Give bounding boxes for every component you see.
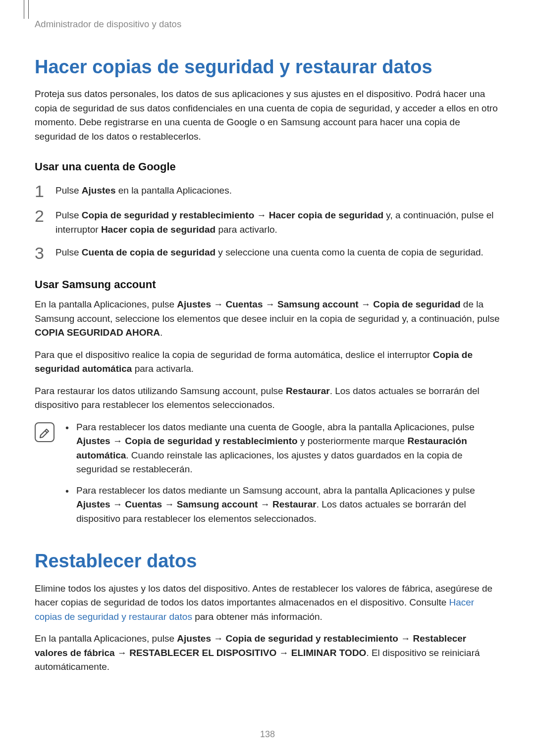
- section-title-backup: Hacer copias de seguridad y restaurar da…: [35, 56, 500, 79]
- step-2: 2 Pulse Copia de seguridad y restablecim…: [35, 208, 500, 237]
- page-number: 138: [0, 728, 535, 741]
- note-icon: [35, 422, 54, 442]
- step-text: Pulse Ajustes en la pantalla Aplicacione…: [55, 184, 500, 198]
- page-tab-marker: [24, 0, 29, 19]
- step-number: 3: [35, 245, 55, 261]
- reset-p1: Elimine todos los ajustes y los datos de…: [35, 582, 500, 624]
- step-3: 3 Pulse Cuenta de copia de seguridad y s…: [35, 246, 500, 261]
- step-text: Pulse Copia de seguridad y restablecimie…: [55, 208, 500, 237]
- svg-line-0: [45, 431, 47, 433]
- step-text: Pulse Cuenta de copia de seguridad y sel…: [55, 246, 500, 260]
- samsung-p3: Para restaurar los datos utilizando Sams…: [35, 384, 500, 412]
- step-number: 2: [35, 207, 55, 224]
- subheading-google: Usar una cuenta de Google: [35, 158, 500, 175]
- subheading-samsung: Usar Samsung account: [35, 276, 500, 293]
- note-item-samsung: Para restablecer los datos mediante un S…: [64, 484, 500, 526]
- step-1: 1 Pulse Ajustes en la pantalla Aplicacio…: [35, 184, 500, 200]
- intro-paragraph: Proteja sus datos personales, los datos …: [35, 87, 500, 144]
- samsung-p2: Para que el dispositivo realice la copia…: [35, 348, 500, 376]
- section-title-reset: Restablecer datos: [35, 550, 500, 573]
- breadcrumb: Administrador de dispositivo y datos: [35, 17, 500, 31]
- step-number: 1: [35, 183, 55, 200]
- samsung-p1: En la pantalla Aplicaciones, pulse Ajust…: [35, 298, 500, 340]
- note-item-google: Para restablecer los datos mediante una …: [64, 420, 500, 477]
- reset-p2: En la pantalla Aplicaciones, pulse Ajust…: [35, 632, 500, 674]
- note-box: Para restablecer los datos mediante una …: [35, 420, 500, 533]
